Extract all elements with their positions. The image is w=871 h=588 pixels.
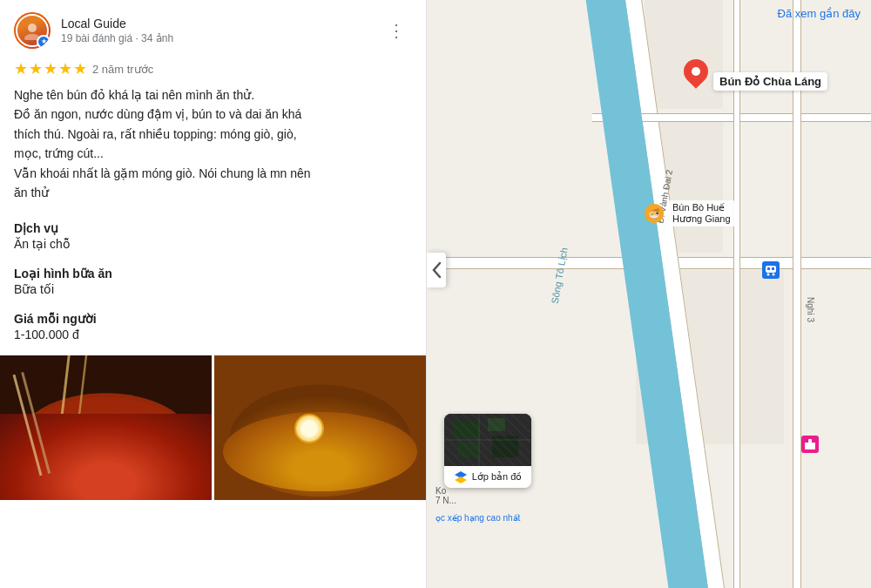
svg-point-0 xyxy=(28,24,37,32)
svg-rect-21 xyxy=(444,414,531,466)
svg-point-9 xyxy=(229,385,410,497)
review-details: Dịch vụ Ăn tại chỗ Loại hình bữa ăn Bữa … xyxy=(0,213,426,352)
svg-rect-8 xyxy=(214,355,426,500)
svg-marker-29 xyxy=(455,476,467,483)
meal-label: Loại hình bữa ăn xyxy=(14,267,412,280)
reviewer-meta: 19 bài đánh giá · 34 ảnh xyxy=(61,32,370,44)
layer-thumbnail xyxy=(444,414,531,466)
service-value: Ăn tại chỗ xyxy=(14,237,412,251)
map-block-3 xyxy=(645,0,723,109)
star-5: ★ xyxy=(73,59,87,78)
svg-point-7 xyxy=(75,419,135,454)
svg-point-11 xyxy=(322,422,340,439)
pin-label: Bún Đỏ Chùa Láng xyxy=(713,72,827,91)
map-scroll-left-button[interactable] xyxy=(427,253,446,287)
price-label: Giá mỗi người xyxy=(14,312,412,326)
svg-rect-19 xyxy=(805,443,815,449)
star-3: ★ xyxy=(44,59,57,78)
review-line-3: thích thú. Ngoài ra, rất nhiều topping: … xyxy=(14,127,297,141)
svg-point-13 xyxy=(267,451,301,465)
restaurant-label: Bún Bò HuếHương Giang xyxy=(668,200,735,226)
svg-point-12 xyxy=(326,425,336,436)
more-button[interactable]: ⋮ xyxy=(381,18,412,43)
svg-point-15 xyxy=(767,274,770,276)
review-line-4: mọc, trứng cút... xyxy=(14,146,104,160)
svg-point-16 xyxy=(773,274,775,276)
review-line-2: Đồ ăn ngon, nước dùng đậm vị, bún to và … xyxy=(14,107,301,121)
svg-rect-22 xyxy=(453,421,479,438)
layer-label: Lớp bản đồ xyxy=(472,471,523,483)
svg-point-3 xyxy=(10,398,200,501)
meal-value: Bữa tối xyxy=(14,282,412,296)
ranking-text[interactable]: ọc xếp hạng cao nhất xyxy=(436,513,520,523)
layer-footer: Lớp bản đồ xyxy=(444,466,531,488)
service-detail: Dịch vụ Ăn tại chỗ xyxy=(14,213,412,251)
svg-rect-24 xyxy=(457,442,479,457)
ko-line1: Ko xyxy=(436,486,456,496)
road-label-nghi: Nghi 3 xyxy=(806,297,815,322)
price-value: 1-100.000 đ xyxy=(14,328,412,341)
review-line-1: Nghe tên bún đỏ khá lạ tai nên mình ăn t… xyxy=(14,88,254,102)
reviewer-header: ★ Local Guide 19 bài đánh giá · 34 ảnh ⋮ xyxy=(0,0,426,57)
svg-point-10 xyxy=(315,415,347,446)
reviewer-info: Local Guide 19 bài đánh giá · 34 ảnh xyxy=(61,17,370,44)
meal-detail: Loại hình bữa ăn Bữa tối xyxy=(14,258,412,296)
pin-inner xyxy=(692,67,700,76)
nearby-restaurant[interactable]: 🍜 Bún Bò HuếHương Giang xyxy=(645,200,735,226)
avatar: ★ xyxy=(14,12,51,49)
star-rating: ★ ★ ★ ★ ★ xyxy=(14,59,87,78)
svg-rect-25 xyxy=(492,436,518,457)
ko-line2: 7 N... xyxy=(436,496,456,505)
star-2: ★ xyxy=(29,59,43,78)
photos-row xyxy=(0,352,426,500)
local-guide-badge: ★ xyxy=(37,35,51,49)
svg-rect-18 xyxy=(772,267,774,270)
review-time: 2 năm trước xyxy=(92,63,153,76)
seen-recently-link[interactable]: Đã xem gần đây xyxy=(778,7,861,20)
pin-icon xyxy=(684,59,708,91)
photo-1[interactable] xyxy=(0,355,212,500)
svg-rect-2 xyxy=(0,355,212,500)
svg-rect-17 xyxy=(767,267,770,270)
price-detail: Giá mỗi người 1-100.000 đ xyxy=(14,303,412,341)
map-panel[interactable]: Sông Tô Lịch Đ. Vành Đai 2 Nghi 3 Bún Đỏ… xyxy=(427,0,871,588)
transit-stop-icon[interactable] xyxy=(762,261,780,279)
review-line-6: ăn thử xyxy=(14,186,49,199)
service-label: Dịch vụ xyxy=(14,221,412,235)
hotel-icon[interactable] xyxy=(801,436,819,453)
star-4: ★ xyxy=(58,59,72,78)
svg-rect-14 xyxy=(766,266,776,273)
svg-rect-23 xyxy=(488,418,505,431)
photo-2[interactable] xyxy=(214,355,426,500)
ko-text: Ko 7 N... xyxy=(436,486,456,505)
location-pin[interactable]: Bún Đỏ Chùa Láng xyxy=(684,59,827,91)
rating-row: ★ ★ ★ ★ ★ 2 năm trước xyxy=(0,57,426,85)
star-1: ★ xyxy=(14,59,28,78)
svg-point-4 xyxy=(19,394,192,489)
layers-icon xyxy=(454,470,468,484)
review-panel: ★ Local Guide 19 bài đánh giá · 34 ảnh ⋮… xyxy=(0,0,427,588)
map-layer-button[interactable]: Lớp bản đồ xyxy=(444,414,531,488)
review-line-5: Vẫn khoái nhất là gặm móng giò. Nói chun… xyxy=(14,166,311,180)
review-body: Nghe tên bún đỏ khá lạ tai nên mình ăn t… xyxy=(0,85,426,213)
reviewer-name: Local Guide xyxy=(61,17,370,30)
svg-rect-20 xyxy=(808,439,812,443)
food-icon: 🍜 xyxy=(645,204,664,223)
